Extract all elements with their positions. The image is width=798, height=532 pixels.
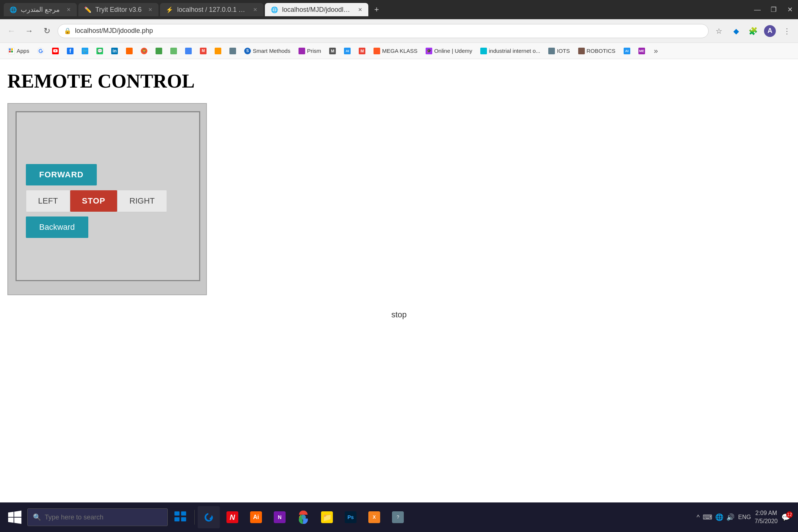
taskbar: 🔍 N Ai N (0, 502, 798, 532)
bookmark-iot[interactable]: industrial internet o... (477, 46, 544, 56)
bookmark-me[interactable]: ME (635, 46, 649, 56)
edge-icon[interactable]: ◆ (729, 24, 743, 38)
taskbar-xampp[interactable]: X (363, 506, 385, 528)
bookmark-linkedin[interactable]: in (108, 46, 122, 56)
taskbar-chrome[interactable] (292, 506, 314, 528)
window-controls: — ❐ ✕ (753, 6, 794, 14)
maximize-button[interactable]: ❐ (769, 6, 778, 14)
keyboard-icon[interactable]: ⌨ (703, 513, 712, 521)
tab-4[interactable]: 🌐 localhost/MJD/jdoodle.php ✕ (265, 3, 368, 16)
taskbar-search[interactable]: 🔍 (27, 508, 168, 526)
svg-rect-3 (11, 51, 13, 52)
bookmark-ai1[interactable]: AI (340, 46, 354, 56)
search-input[interactable] (45, 514, 162, 521)
tab-3[interactable]: ⚡ localhost / 127.0.0.1 / mojahed... ✕ (160, 3, 263, 16)
forward-button[interactable]: → (22, 24, 36, 38)
taskbar-task-view[interactable] (169, 506, 191, 528)
bookmark-smart-methods[interactable]: S Smart Methods (241, 46, 294, 56)
bookmark-facebook[interactable]: f (63, 46, 77, 56)
bookmark-shield[interactable] (226, 46, 240, 56)
network-icon[interactable]: 🌐 (715, 513, 723, 521)
bookmark-brave[interactable]: 🦁 (137, 46, 151, 56)
tab-1-close[interactable]: ✕ (66, 7, 71, 13)
taskbar-netflix[interactable]: N (221, 506, 243, 528)
bookmark-calendar[interactable] (181, 46, 195, 56)
notification-count: 12 (786, 511, 793, 518)
left-button[interactable]: LEFT (26, 190, 70, 212)
tab-2[interactable]: ✏️ Tryit Editor v3.6 ✕ (78, 3, 158, 16)
bookmark-apps[interactable]: Apps (4, 46, 33, 56)
bookmark-youtube[interactable] (48, 46, 62, 56)
lock-icon: 🔒 (64, 27, 71, 34)
backward-button[interactable]: Backward (26, 216, 88, 238)
taskbar-onenote[interactable]: N (269, 506, 291, 528)
bookmark-udemy[interactable]: 🎓 Online | Udemy (422, 46, 476, 56)
taskbar-edge[interactable] (198, 506, 220, 528)
bookmark-green[interactable] (152, 46, 166, 56)
bookmark-leaf[interactable] (167, 46, 181, 56)
taskbar-files[interactable]: 📁 (316, 506, 338, 528)
start-button[interactable] (4, 506, 26, 528)
forward-row: FORWARD (26, 164, 190, 185)
svg-rect-7 (181, 517, 186, 521)
bookmark-folder[interactable] (211, 46, 225, 56)
address-bar[interactable]: 🔒 localhost/MJD/jdoodle.php (58, 24, 709, 38)
bookmark-prism[interactable]: Prism (295, 46, 325, 56)
minimize-button[interactable]: — (753, 6, 762, 14)
language-indicator[interactable]: ENG (738, 514, 751, 521)
forward-button[interactable]: FORWARD (26, 164, 97, 185)
bookmark-prism-label: Prism (307, 48, 321, 54)
bookmark-robotics[interactable]: ROBOTICS (574, 46, 619, 56)
svg-rect-6 (174, 517, 180, 521)
tab-3-close[interactable]: ✕ (253, 7, 258, 13)
profile-icon[interactable]: A (763, 24, 777, 38)
clock-time: 2:09 AM (755, 509, 778, 517)
bookmark-whatsapp[interactable]: 💬 (93, 46, 107, 56)
inner-top-area (26, 123, 190, 160)
taskbar-tray-icons: ^ ⌨ 🌐 🔊 (697, 513, 734, 521)
bookmark-more[interactable]: » (651, 45, 661, 57)
tab-4-close[interactable]: ✕ (358, 7, 362, 13)
taskbar-photoshop[interactable]: Ps (340, 506, 362, 528)
status-text: stop (7, 310, 791, 320)
toolbar: ← → ↻ 🔒 localhost/MJD/jdoodle.php ☆ ◆ 🧩 … (0, 19, 798, 43)
taskbar-unknown[interactable]: ? (387, 506, 409, 528)
extensions-icon[interactable]: 🧩 (746, 24, 760, 38)
refresh-button[interactable]: ↻ (40, 24, 54, 38)
bookmark-orange[interactable] (122, 46, 136, 56)
new-tab-button[interactable]: + (370, 3, 383, 16)
taskbar-adobe[interactable]: Ai (245, 506, 267, 528)
bookmark-ai2[interactable]: AI (620, 46, 634, 56)
tab-4-label: localhost/MJD/jdoodle.php (282, 6, 351, 14)
bookmark-iots[interactable]: IOTS (545, 46, 573, 56)
right-button[interactable]: RIGHT (117, 190, 167, 212)
bookmark-smart-methods-label: Smart Methods (253, 48, 290, 54)
back-button[interactable]: ← (4, 24, 18, 38)
chevron-up-icon[interactable]: ^ (697, 514, 700, 521)
svg-rect-1 (9, 51, 11, 52)
bookmark-google[interactable] (34, 46, 48, 56)
taskbar-divider (194, 510, 195, 525)
title-bar: 🌐 مرجع المتدرب ✕ ✏️ Tryit Editor v3.6 ✕ … (0, 0, 798, 19)
clock-date: 7/5/2020 (755, 517, 778, 525)
tab-1[interactable]: 🌐 مرجع المتدرب ✕ (4, 3, 77, 16)
bookmark-m2[interactable]: M (355, 46, 369, 56)
browser-frame: 🌐 مرجع المتدرب ✕ ✏️ Tryit Editor v3.6 ✕ … (0, 0, 798, 532)
taskbar-clock[interactable]: 2:09 AM 7/5/2020 (755, 509, 778, 526)
tab-2-close[interactable]: ✕ (148, 7, 153, 13)
bookmark-apps-label: Apps (17, 48, 29, 54)
close-button[interactable]: ✕ (785, 6, 794, 14)
svg-rect-0 (9, 48, 11, 50)
volume-icon[interactable]: 🔊 (726, 513, 734, 521)
bookmark-gmail[interactable]: M (196, 46, 210, 56)
stop-button[interactable]: STOP (70, 190, 117, 212)
notification-button[interactable]: 💬 12 (781, 513, 791, 522)
menu-button[interactable]: ⋮ (780, 24, 794, 38)
svg-rect-5 (181, 511, 186, 515)
star-icon[interactable]: ☆ (712, 24, 726, 38)
bookmark-mega-klass-label: MEGA KLASS (382, 48, 417, 54)
bookmarks-bar: Apps f 🐦 💬 (0, 43, 798, 59)
bookmark-mega-klass[interactable]: MEGA KLASS (370, 46, 421, 56)
bookmark-twitter[interactable]: 🐦 (78, 46, 92, 56)
bookmark-m1[interactable]: M (325, 46, 340, 56)
